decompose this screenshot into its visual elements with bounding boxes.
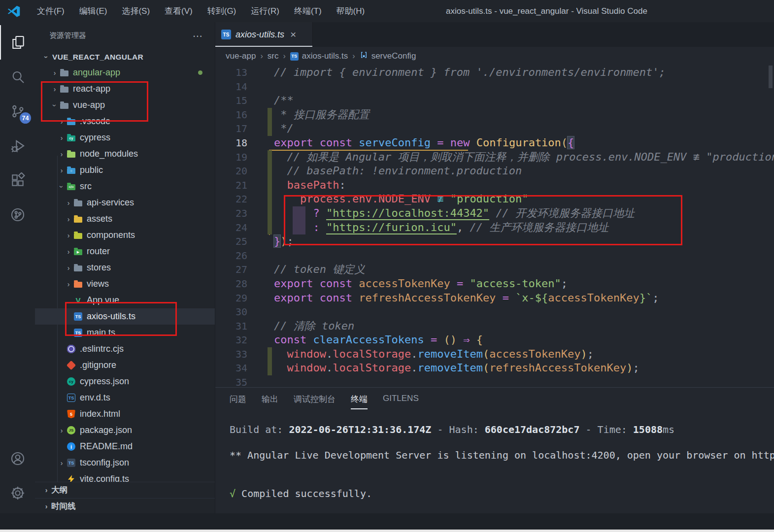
- close-icon[interactable]: ×: [290, 30, 296, 39]
- code-line-22[interactable]: 22 process.env.NODE_ENV ≢ "production": [215, 192, 774, 206]
- activitybar-account[interactable]: [0, 441, 35, 476]
- folder-src[interactable]: ›</>src: [35, 178, 215, 195]
- code-line-31[interactable]: 31// 清除 token: [215, 319, 774, 333]
- chevron-separator-icon: ›: [352, 52, 355, 61]
- sidebar-section-outline[interactable]: › 大纲: [35, 482, 215, 498]
- tree-item-label: components: [87, 230, 135, 240]
- code-line-18[interactable]: 18export const serveConfig = new Configu…: [215, 136, 774, 150]
- panel-tab-2[interactable]: 调试控制台: [294, 394, 336, 409]
- line-number: 34: [215, 361, 247, 375]
- file-main.ts[interactable]: ›TSmain.ts: [35, 325, 215, 341]
- code-line-16[interactable]: 16 * 接口服务器配置: [215, 108, 774, 122]
- code-line-23[interactable]: 23 ? "https://localhost:44342" // 开发环境服务…: [215, 206, 774, 221]
- activitybar-search[interactable]: [0, 60, 35, 94]
- folder-stores[interactable]: ›stores: [35, 260, 215, 276]
- file-vite.config.ts[interactable]: ›vite.config.ts: [35, 471, 215, 482]
- menu-item-4[interactable]: 转到(G): [200, 0, 244, 22]
- menu-item-7[interactable]: 帮助(H): [329, 0, 372, 22]
- file-env.d.ts[interactable]: ›TSenv.d.ts: [35, 390, 215, 406]
- sidebar-section-timeline[interactable]: › 时间线: [35, 498, 215, 513]
- code-line-21[interactable]: 21 basePath:: [215, 178, 774, 193]
- code-line-28[interactable]: 28export const accessTokenKey = "access-…: [215, 277, 774, 291]
- panel-tab-0[interactable]: 问题: [230, 394, 246, 409]
- file-.eslintrc.cjs[interactable]: ›.eslintrc.cjs: [35, 341, 215, 357]
- code-line-34[interactable]: 34 window.localStorage.removeItem(refres…: [215, 361, 774, 375]
- menu-item-6[interactable]: 终端(T): [287, 0, 329, 22]
- breadcrumb-item-2[interactable]: TSaxios-utils.ts: [290, 51, 348, 61]
- file-cypress.json[interactable]: ›cycypress.json: [35, 373, 215, 390]
- code-line-32[interactable]: 32const clearAccessTokens = () ⇒ {: [215, 333, 774, 347]
- chevron-right-icon: ›: [64, 199, 73, 207]
- terminal-output: Build at: 2022-06-26T12:31:36.174Z - Has…: [230, 423, 774, 500]
- folder-cypress[interactable]: ›cycypress: [35, 130, 215, 146]
- breadcrumb-item-3[interactable]: serveConfig: [360, 51, 416, 62]
- folder-vue-app[interactable]: ›vue-app: [35, 97, 215, 113]
- file-.gitignore[interactable]: ›.gitignore: [35, 357, 215, 373]
- folder-node_modules[interactable]: ›node_modules: [35, 146, 215, 162]
- menu-item-3[interactable]: 查看(V): [157, 0, 200, 22]
- code-line-24[interactable]: 24 : "https://furion.icu", // 生产环境服务器接口地…: [215, 221, 774, 235]
- ts-icon: TS: [73, 329, 83, 337]
- code-line-35[interactable]: 35: [215, 375, 774, 387]
- menu-item-2[interactable]: 选择(S): [114, 0, 157, 22]
- code-line-17[interactable]: 17 */: [215, 122, 774, 136]
- code-line-25[interactable]: 25});: [215, 234, 774, 249]
- code-line-29[interactable]: 29export const refreshAccessTokenKey = `…: [215, 291, 774, 305]
- chevron-down-icon: ›: [42, 52, 50, 62]
- tree-item-label: assets: [87, 214, 112, 224]
- code-line-20[interactable]: 20 // basePath: !environment.production: [215, 164, 774, 178]
- activitybar-extensions[interactable]: [0, 163, 35, 198]
- ts-icon: TS: [73, 312, 83, 321]
- folder-components[interactable]: ›components: [35, 227, 215, 243]
- vite-icon: [67, 475, 76, 482]
- breadcrumb-label: vue-app: [226, 51, 256, 61]
- code-line-26[interactable]: 26: [215, 249, 774, 263]
- code-line-13[interactable]: 13// import { environment } from './envi…: [215, 66, 774, 80]
- folder-.vscode[interactable]: ›.vscode: [35, 113, 215, 130]
- folder-api-services[interactable]: ›api-services: [35, 195, 215, 211]
- folder-angular-app[interactable]: ›angular-app: [35, 65, 215, 81]
- menu-item-0[interactable]: 文件(F): [30, 0, 72, 22]
- panel-tab-4[interactable]: GITLENS: [383, 394, 419, 409]
- chevron-right-icon: ›: [64, 264, 73, 272]
- line-number: 30: [215, 305, 247, 319]
- folder-open-icon: [60, 101, 69, 109]
- file-README.md[interactable]: ›iREADME.md: [35, 438, 215, 455]
- folder-react-app[interactable]: ›react-app: [35, 81, 215, 97]
- tree-item-label: main.ts: [87, 328, 115, 338]
- activitybar-explorer[interactable]: [0, 25, 35, 60]
- folder-assets[interactable]: ›assets: [35, 211, 215, 227]
- file-package.json[interactable]: ›JSpackage.json: [35, 422, 215, 438]
- line-number: 20: [215, 164, 247, 178]
- file-index.html[interactable]: ›5index.html: [35, 406, 215, 422]
- menu-item-5[interactable]: 运行(R): [243, 0, 287, 22]
- workspace-root-row[interactable]: › VUE_REACT_ANGULAR: [35, 49, 215, 65]
- activitybar-run-debug[interactable]: [0, 129, 35, 163]
- activitybar-source-control[interactable]: 74: [0, 94, 35, 129]
- tree-item-label: .gitignore: [80, 360, 116, 370]
- breadcrumb-item-0[interactable]: vue-app: [226, 51, 256, 61]
- code-line-33[interactable]: 33 window.localStorage.removeItem(access…: [215, 347, 774, 362]
- panel-tab-3[interactable]: 终端: [351, 394, 368, 409]
- breadcrumb-item-1[interactable]: src: [268, 51, 279, 61]
- code-editor[interactable]: 13// import { environment } from './envi…: [215, 66, 774, 387]
- file-axios-utils.ts[interactable]: ›TSaxios-utils.ts: [35, 308, 215, 325]
- activitybar-gitlens[interactable]: [0, 198, 35, 232]
- tab-axios-utils[interactable]: TS axios-utils.ts ×: [215, 22, 313, 47]
- folder-router[interactable]: ›▶router: [35, 243, 215, 260]
- more-actions-icon[interactable]: ⋯: [193, 30, 203, 42]
- code-line-14[interactable]: 14: [215, 80, 774, 94]
- tree-item-label: index.html: [80, 409, 120, 419]
- activitybar-settings[interactable]: [0, 476, 35, 510]
- file-tsconfig.json[interactable]: ›TStsconfig.json: [35, 455, 215, 471]
- menu-item-1[interactable]: 编辑(E): [72, 0, 115, 22]
- file-App.vue[interactable]: ›VApp.vue: [35, 292, 215, 308]
- code-line-19[interactable]: 19 // 如果是 Angular 项目，则取消下面注释，并删除 process…: [215, 150, 774, 165]
- code-line-30[interactable]: 30: [215, 305, 774, 319]
- panel-tab-1[interactable]: 输出: [262, 394, 278, 409]
- folder-public[interactable]: ›○public: [35, 162, 215, 178]
- code-line-27[interactable]: 27// token 键定义: [215, 263, 774, 277]
- folder-views[interactable]: ›views: [35, 276, 215, 292]
- code-line-15[interactable]: 15/**: [215, 94, 774, 108]
- chevron-right-icon: ›: [64, 248, 73, 256]
